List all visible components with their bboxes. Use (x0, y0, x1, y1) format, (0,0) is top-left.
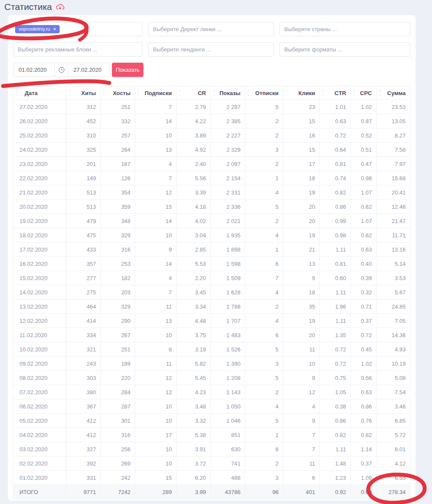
value-cell: 2 336 (210, 200, 245, 214)
value-cell: 287 (101, 399, 135, 414)
formats-input[interactable] (280, 42, 410, 57)
column-header-cr[interactable]: ↑↓CR (176, 86, 210, 100)
table-row: 10.02.202032125183.191 5265110.720.454.9… (13, 342, 410, 357)
date-from-input[interactable] (13, 63, 55, 77)
value-cell: 0.45 (351, 342, 377, 357)
value-cell: 2 287 (210, 100, 245, 114)
column-header-сумма[interactable]: ↑↓Сумма (376, 86, 410, 100)
value-cell: 3 (245, 143, 283, 157)
value-cell: 6 (283, 471, 320, 485)
value-cell: 11 (283, 342, 320, 357)
column-header-ctr[interactable]: ↑↓CTR (320, 86, 351, 100)
cloud-download-icon[interactable] (55, 2, 65, 12)
direct-links-input[interactable] (148, 22, 274, 36)
value-cell: 1 050 (210, 399, 245, 414)
value-cell: 3 (245, 357, 283, 371)
column-header-дата[interactable]: ↑↓Дата (13, 86, 66, 100)
column-header-клики[interactable]: ↑↓Клики (283, 86, 320, 100)
column-header-показы[interactable]: ↑↓Показы (210, 86, 245, 100)
value-cell: 851 (210, 428, 245, 442)
value-cell: 0.72 (320, 342, 351, 357)
totals-value-cell: 0.92 (320, 485, 351, 499)
value-cell: 2 227 (210, 128, 245, 143)
value-cell: 412 (66, 428, 101, 442)
table-row: 23.02.202020116742.402 0972170.810.477.9… (13, 157, 410, 171)
value-cell: 1.11 (320, 285, 351, 300)
value-cell: 3.46 (376, 399, 410, 414)
countries-input[interactable] (280, 22, 410, 36)
stats-table: ↑↓Дата↑↓Хиты↑↓Хосты↑↓Подписки↑↓CR↑↓Показ… (13, 86, 410, 499)
value-cell: 0.60 (320, 271, 351, 285)
sites-filter-select[interactable]: voprositelniy.ru × (13, 22, 143, 36)
value-cell: 189 (101, 357, 135, 371)
value-cell: 3.45 (176, 285, 210, 300)
value-cell: 2 (245, 214, 283, 228)
totals-label: ИТОГО (13, 485, 66, 499)
value-cell: 2.40 (176, 157, 210, 171)
sort-icon: ↑↓ (103, 89, 105, 96)
value-cell: 0.32 (351, 285, 377, 300)
value-cell: 251 (101, 100, 135, 114)
table-row: 19.02.2020479348144.022 0212200.991.0721… (13, 214, 410, 228)
value-cell: 7 (245, 271, 283, 285)
sort-icon: ↑↓ (353, 89, 355, 96)
value-cell: 2 021 (210, 214, 245, 228)
value-cell: 1.14 (351, 442, 377, 456)
value-cell: 2 (245, 385, 283, 399)
column-header-хосты[interactable]: ↑↓Хосты (101, 86, 135, 100)
filters-grid: voprositelniy.ru × (8, 15, 416, 57)
value-cell: 2 097 (210, 157, 245, 171)
value-cell: 1.05 (320, 385, 351, 399)
value-cell: 0.71 (351, 300, 377, 314)
ad-blocks-input[interactable] (13, 42, 143, 57)
show-button[interactable]: Показать (112, 63, 143, 77)
value-cell: 7 (135, 100, 177, 114)
value-cell: 1.07 (351, 214, 377, 228)
value-cell: 5 (245, 200, 283, 214)
remove-tag-icon[interactable]: × (53, 27, 56, 32)
value-cell: 5.38 (176, 428, 210, 442)
value-cell: 329 (101, 300, 135, 314)
value-cell: 12 (135, 185, 177, 200)
value-cell: 14 (135, 214, 177, 228)
column-header-отписки[interactable]: ↑↓Отписки (245, 86, 283, 100)
value-cell: 327 (66, 442, 101, 456)
date-cell: 03.02.2020 (13, 442, 66, 456)
value-cell: 19 (283, 185, 320, 200)
value-cell: 0.56 (351, 371, 377, 385)
value-cell: 277 (66, 271, 101, 285)
value-cell: 0.37 (351, 314, 377, 328)
column-header-label: Подписки (145, 90, 172, 96)
date-cell: 02.02.2020 (13, 456, 66, 471)
value-cell: 14 (135, 114, 177, 128)
value-cell: 0.86 (351, 399, 377, 414)
column-header-подписки[interactable]: ↑↓Подписки (135, 86, 177, 100)
value-cell: 5.08 (376, 371, 410, 385)
value-cell: 10 (135, 442, 177, 456)
value-cell: 0.63 (320, 114, 351, 128)
column-header-хиты[interactable]: ↑↓Хиты (66, 86, 101, 100)
value-cell: 9 (283, 414, 320, 428)
value-cell: 0.64 (320, 143, 351, 157)
date-to-input[interactable] (68, 63, 110, 77)
column-header-label: Клики (299, 90, 315, 96)
value-cell: 20 (283, 328, 320, 342)
column-header-label: Сумма (387, 90, 406, 96)
value-cell: 13 (135, 314, 177, 328)
value-cell: 2.85 (176, 242, 210, 257)
value-cell: 4 (245, 228, 283, 242)
value-cell: 0.82 (351, 428, 377, 442)
column-header-cpc[interactable]: ↑↓CPC (351, 86, 377, 100)
value-cell: 301 (101, 414, 135, 428)
value-cell: 1 483 (210, 328, 245, 342)
value-cell: 367 (66, 399, 101, 414)
value-cell: 5 (245, 414, 283, 428)
value-cell: 10 (135, 128, 177, 143)
value-cell: 13 (135, 143, 177, 157)
value-cell: 15.68 (376, 171, 410, 185)
value-cell: 17 (135, 428, 177, 442)
sort-icon: ↑↓ (68, 89, 70, 96)
value-cell: 4 (135, 157, 177, 171)
landings-input[interactable] (148, 42, 274, 57)
table-row: 12.02.2020414290134.481 7074191.110.377.… (13, 314, 410, 328)
